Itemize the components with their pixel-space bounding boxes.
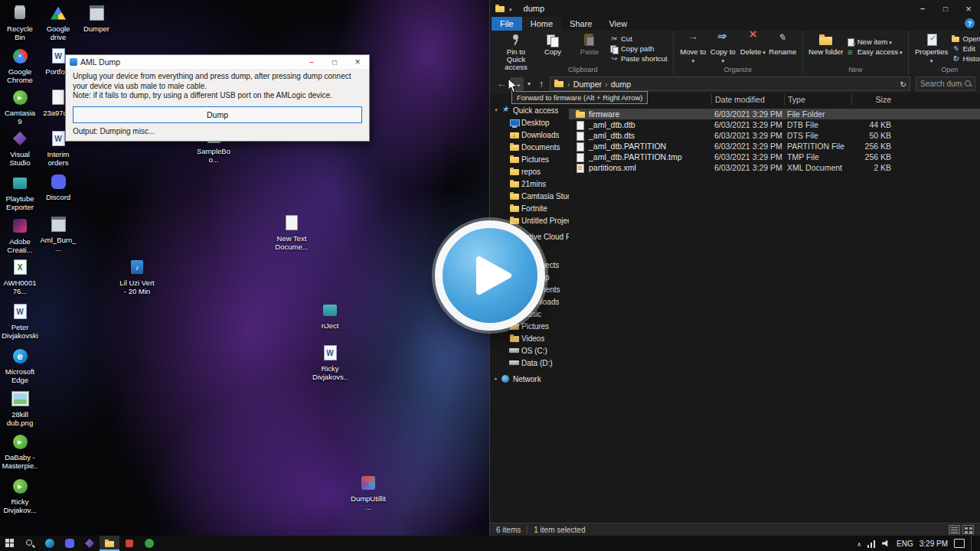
sidebar-item[interactable]: Camtasia Studio	[490, 190, 569, 202]
expand-chevron-icon[interactable]: ▸	[493, 376, 499, 382]
up-button[interactable]	[534, 77, 548, 91]
desktop-icon[interactable]: DaBaby - Masterpie...	[2, 432, 38, 471]
properties-button[interactable]: Properties	[914, 32, 949, 65]
paste-button[interactable]: Paste	[572, 32, 607, 56]
maximize-button[interactable]	[934, 0, 957, 17]
hidden-icons-chevron-icon[interactable]	[857, 540, 861, 548]
sidebar-item[interactable]: Desktop	[490, 116, 569, 129]
sidebar-item[interactable]: ▾ Quick access	[490, 104, 569, 116]
explorer-titlebar[interactable]: dump	[490, 0, 980, 17]
new-folder-button[interactable]: New folder	[808, 32, 844, 56]
ribbon-tab[interactable]: Share	[561, 17, 600, 31]
move-to-button[interactable]: Move to	[679, 32, 707, 65]
column-header-date-modified[interactable]: Date modified	[711, 94, 784, 105]
column-header-size[interactable]: Size	[851, 94, 896, 105]
desktop-icon[interactable]: Adobe Creati...	[2, 216, 38, 254]
rename-button[interactable]: Rename	[769, 32, 797, 56]
file-row[interactable]: _aml_dtb.dts 6/03/2021 3:29 PM DTS File …	[569, 130, 980, 141]
copy-button[interactable]: Copy	[535, 32, 570, 56]
desktop-icon[interactable]: Google drive	[40, 3, 77, 41]
sidebar-item[interactable]: Documents	[490, 141, 569, 153]
desktop-icon[interactable]: Peter Divjakovski...	[2, 302, 38, 341]
new-item-button[interactable]: New item	[845, 37, 903, 47]
expand-chevron-icon[interactable]: ▾	[493, 107, 499, 113]
large-icons-view-button[interactable]	[962, 525, 974, 534]
taskbar-app-icon[interactable]	[139, 536, 159, 551]
sidebar-item[interactable]: Fortnite	[490, 202, 569, 214]
action-center-icon[interactable]	[954, 539, 965, 548]
show-desktop-button[interactable]	[971, 536, 975, 551]
desktop-icon[interactable]: Recycle Bin	[2, 3, 38, 41]
ribbon-tab[interactable]: File	[492, 17, 522, 31]
taskbar-app-icon[interactable]	[40, 536, 60, 551]
desktop-icon[interactable]: nJect	[312, 300, 348, 330]
desktop-icon[interactable]: Dumper	[78, 3, 115, 33]
volume-icon[interactable]	[882, 540, 890, 547]
search-input[interactable]	[919, 79, 964, 89]
dialog-titlebar[interactable]: AML Dump	[66, 55, 369, 69]
file-row[interactable]: _aml_dtb.PARTITION.tmp 6/03/2021 3:29 PM…	[569, 152, 980, 162]
taskbar-app-icon[interactable]	[100, 536, 119, 551]
ribbon-tab[interactable]: View	[600, 17, 635, 31]
cut-button[interactable]: Cut	[609, 34, 668, 44]
details-view-button[interactable]	[949, 525, 960, 534]
desktop-icon[interactable]: Ricky Divjakovs...	[312, 343, 348, 382]
sidebar-item[interactable]: Pictures	[490, 153, 569, 165]
sidebar-item[interactable]: Downloads	[490, 129, 569, 141]
file-row[interactable]: partitions.xml 6/03/2021 3:29 PM XML Doc…	[569, 162, 980, 173]
desktop-icon[interactable]: Google Chrome	[2, 46, 38, 84]
clock[interactable]: 3:29 PM	[920, 540, 948, 548]
help-icon[interactable]	[965, 18, 975, 28]
sidebar-item[interactable]: OS (C:)	[490, 344, 569, 357]
quick-access-toolbar-caret-icon[interactable]	[509, 4, 512, 13]
easy-access-button[interactable]: Easy access	[845, 47, 903, 57]
start-button[interactable]	[0, 536, 20, 551]
language-indicator[interactable]: ENG	[897, 540, 913, 548]
refresh-icon[interactable]	[900, 80, 906, 89]
desktop-icon[interactable]: Microsoft Edge	[2, 346, 38, 384]
taskbar-app-icon[interactable]	[80, 536, 100, 551]
file-row[interactable]: _aml_dtb.dtb 6/03/2021 3:29 PM DTB File …	[569, 119, 980, 130]
dialog-minimize-button[interactable]	[302, 58, 322, 67]
ribbon-tab[interactable]: Home	[522, 17, 561, 31]
recent-locations-caret-icon[interactable]	[525, 77, 533, 91]
dialog-close-button[interactable]	[348, 57, 368, 67]
history-button[interactable]: History	[951, 54, 980, 64]
dialog-maximize-button[interactable]	[325, 58, 345, 67]
desktop-icon[interactable]: 28kill dub.png	[2, 389, 38, 427]
taskbar-app-icon[interactable]	[60, 536, 80, 551]
desktop-icon[interactable]: Aml_Burn_...	[40, 214, 77, 253]
breadcrumb-item[interactable]: Dumper	[564, 80, 602, 89]
desktop-icon[interactable]: Visual Studio 2019	[2, 129, 38, 168]
edit-button[interactable]: Edit	[951, 44, 980, 54]
sidebar-item[interactable]: 21mins	[490, 178, 569, 190]
paste-shortcut-button[interactable]: Paste shortcut	[609, 54, 668, 64]
desktop-icon[interactable]: New Text Docume...	[273, 213, 310, 251]
close-button[interactable]	[957, 0, 980, 17]
sidebar-item[interactable]: Data (D:)	[490, 357, 569, 369]
back-button[interactable]	[495, 77, 508, 91]
desktop-icon[interactable]: DumpUtillit...	[350, 473, 387, 511]
breadcrumb[interactable]: Dumper dump	[550, 77, 910, 91]
file-row[interactable]: _aml_dtb.PARTITION 6/03/2021 3:29 PM PAR…	[569, 141, 980, 152]
desktop-icon[interactable]: Lil Uzi Vert - 20 Min (sl...	[119, 257, 155, 296]
network-icon[interactable]	[867, 540, 876, 548]
delete-button[interactable]: Delete	[739, 32, 767, 57]
desktop-icon[interactable]: Camtasia 9	[2, 87, 38, 126]
minimize-button[interactable]	[911, 0, 934, 17]
desktop-icon[interactable]: Discord	[40, 171, 77, 201]
desktop-icon[interactable]: Ricky Divjakov...	[2, 476, 38, 514]
taskbar-app-icon[interactable]	[119, 536, 139, 551]
desktop-icon[interactable]: Playtube Exporter	[2, 173, 38, 211]
copy-path-button[interactable]: Copy path	[609, 44, 668, 54]
desktop-icon[interactable]: AWH000176...	[2, 257, 38, 295]
video-play-button[interactable]	[435, 220, 545, 331]
column-header-type[interactable]: Type	[784, 94, 851, 105]
sidebar-item[interactable]: ▸ Network	[490, 373, 569, 385]
taskbar-app-icon[interactable]	[20, 536, 40, 551]
dump-button[interactable]: Dump	[73, 106, 362, 123]
sidebar-item[interactable]: Videos	[490, 332, 569, 344]
file-row[interactable]: firmware 6/03/2021 3:29 PM File Folder	[569, 109, 980, 119]
open-button[interactable]: Open	[951, 34, 980, 44]
sidebar-item[interactable]: repos	[490, 165, 569, 178]
